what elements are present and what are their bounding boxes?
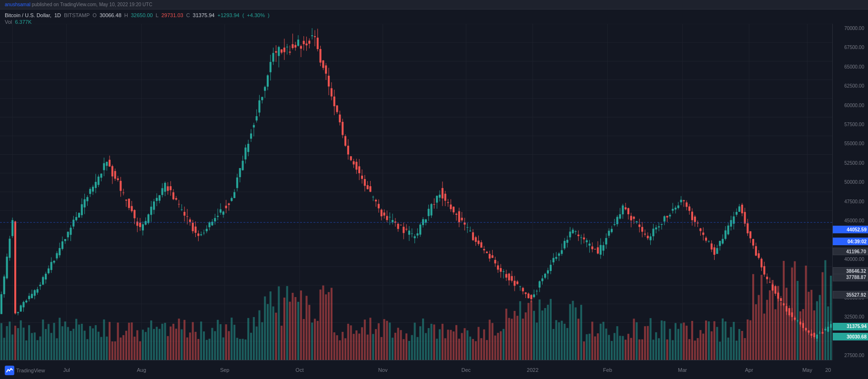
x-axis-label: 2022	[527, 367, 538, 373]
chart-area[interactable]	[0, 24, 832, 360]
chart-title-row: Bitcoin / U.S. Dollar, 1D BITSTAMP O 300…	[5, 12, 835, 18]
x-axis-label: Sep	[220, 367, 230, 373]
x-axis: 7JulAugSepOctNovDec2022FebMarAprMay20	[0, 360, 832, 379]
published-bar: anushsamal published on TradingView.com …	[0, 0, 868, 10]
platform: TradingView.com	[60, 2, 96, 7]
x-axis-label: Jul	[63, 367, 70, 373]
instrument-name: Bitcoin / U.S. Dollar, 1D BITSTAMP	[5, 12, 90, 18]
volume-row: Vol 6.377K	[5, 19, 835, 25]
x-axis-label: Mar	[678, 367, 687, 373]
x-axis-label: Nov	[378, 367, 388, 373]
tv-logo-text: TradingView	[16, 368, 45, 373]
x-axis-label: Oct	[295, 367, 303, 373]
price-tag: 04:39:02	[833, 238, 868, 245]
publisher-name: anushsamal	[5, 2, 30, 7]
price-tag: 37788.87	[833, 274, 868, 281]
publish-info: published on	[30, 2, 60, 7]
tv-logo-icon	[5, 366, 14, 375]
publish-datetime: May 10, 2022 19:20 UTC	[99, 2, 152, 7]
price-tag: 35527.92	[833, 291, 868, 299]
x-axis-label: Apr	[745, 367, 753, 373]
price-tag: 44052.59	[833, 226, 868, 233]
ohlc-row: O 30066.48 H 32650.00 L 29731.03 C 31375…	[92, 12, 269, 18]
tradingview-logo: TradingView	[5, 366, 45, 375]
x-axis-label: May	[802, 367, 812, 373]
x-axis-label: Dec	[462, 367, 471, 373]
x-axis-label: 20	[825, 367, 831, 373]
price-tag: 41196.70	[833, 248, 868, 255]
price-tag: 31375.94	[833, 323, 868, 330]
price-labels: 44052.5941196.7038646.3237788.8735527.92…	[832, 24, 868, 360]
x-axis-label: Aug	[137, 367, 146, 373]
price-chart	[0, 24, 832, 360]
x-axis-label: Feb	[603, 367, 612, 373]
price-tag: 30030.68	[833, 333, 868, 340]
